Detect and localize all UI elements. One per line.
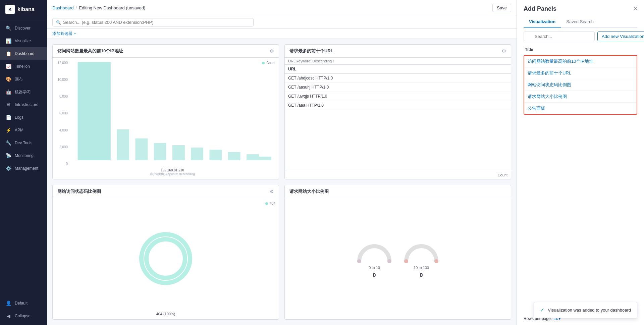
app-logo[interactable]: K kibana xyxy=(0,0,47,19)
search-input-wrapper: 🔍 xyxy=(52,18,254,26)
panels-search-input[interactable] xyxy=(524,32,595,41)
list-item[interactable]: 访问网站数量最高的前10个IP地址 xyxy=(524,56,637,67)
add-icon: + xyxy=(74,32,76,36)
count-footer: Count xyxy=(285,171,511,179)
logs-icon: 📄 xyxy=(5,114,11,120)
y-label: 4,000 xyxy=(59,128,68,132)
panel-donut: 网站访问状态码比例图 ⚙ 404 404 (100%) xyxy=(52,185,279,320)
sidebar-item-timelion[interactable]: 📈 Timelion xyxy=(0,60,47,73)
y-label: 6,000 xyxy=(59,111,68,115)
url-table-header: URL xyxy=(285,65,511,74)
gauge-value-2: 0 xyxy=(420,272,423,278)
sidebar-item-visualize[interactable]: 📊 Visualize xyxy=(0,35,47,47)
timelion-icon: 📈 xyxy=(5,63,11,69)
plus-icon: 添加筛选器 xyxy=(52,31,72,37)
sidebar-item-devtools[interactable]: 🔧 Dev Tools xyxy=(0,137,47,149)
add-filter-button[interactable]: 添加筛选器 + xyxy=(52,31,76,37)
sidebar-item-discover[interactable]: 🔍 Discover xyxy=(0,22,47,35)
x-axis-label: 192.168.81.210 客户端地址.keyword: Descending xyxy=(69,168,275,176)
sidebar-item-management[interactable]: ⚙️ Management xyxy=(0,162,47,175)
sidebar-item-label: Default xyxy=(15,301,28,306)
add-new-visualization-button[interactable]: Add new Visualization xyxy=(597,32,644,41)
sidebar-item-label: Logs xyxy=(15,115,23,120)
sidebar-item-apm[interactable]: ⚡ APM xyxy=(0,124,47,137)
sidebar-item-default[interactable]: 👤 Default xyxy=(0,297,47,310)
breadcrumb-separator: / xyxy=(76,5,77,10)
panel-body-gauge: 0 to 10 0 10 to 100 0 xyxy=(285,198,511,319)
gauge-range-2: 10 to 100 xyxy=(414,266,429,270)
panel-body-bar: 12,000 10,000 8,000 6,000 4,000 2,000 0 … xyxy=(53,58,279,179)
table-row: GET /aaa HTTP/1.0 xyxy=(285,101,511,110)
collapse-icon: ◀ xyxy=(5,313,11,319)
panel-url-table: 请求最多的前十个URL ⚙ URL.keyword: Descending ↑ … xyxy=(284,44,511,179)
default-icon: 👤 xyxy=(5,300,11,306)
ml-icon: 🤖 xyxy=(5,89,11,95)
panel-bar-chart: 访问网站数量最高的前10个IP地址 ⚙ 12,000 10,000 8,000 … xyxy=(52,44,279,179)
dashboard-icon: 📋 xyxy=(5,51,11,57)
svg-rect-1 xyxy=(117,129,129,160)
sidebar-item-logs[interactable]: 📄 Logs xyxy=(0,111,47,124)
sidebar-item-infrastructure[interactable]: 🖥 Infrastructure xyxy=(0,98,47,111)
add-panels-title: Add Panels xyxy=(524,5,556,12)
gear-icon-bar[interactable]: ⚙ xyxy=(270,48,274,54)
y-label: 12,000 xyxy=(57,61,68,65)
y-label: 2,000 xyxy=(59,145,68,149)
sidebar-item-label: 画布 xyxy=(15,76,23,82)
add-panels-search-area: Add new Visualization xyxy=(517,28,644,45)
panel-title-url: 请求最多的前十个URL xyxy=(289,48,333,54)
sidebar-item-label: Infrastructure xyxy=(15,102,39,107)
x-label-ip: 192.168.81.210 xyxy=(69,168,275,172)
x-label-sub: 客户端地址.keyword: Descending xyxy=(69,172,275,176)
svg-rect-8 xyxy=(247,154,259,160)
panels-table-header: Title xyxy=(524,45,637,54)
list-item[interactable]: 网站访问状态码比例图 xyxy=(524,79,637,91)
sidebar-item-label: Dev Tools xyxy=(15,141,32,145)
tab-saved-search[interactable]: Saved Search xyxy=(561,16,599,28)
toast-message: Visualization was added to your dashboar… xyxy=(548,308,631,313)
panels-table: Title 访问网站数量最高的前10个IP地址 请求最多的前十个URL 网站访问… xyxy=(517,45,644,312)
gauge-item-1: 0 to 10 0 xyxy=(356,239,393,278)
gear-icon-url[interactable]: ⚙ xyxy=(502,48,506,54)
gauge-range-1: 0 to 10 xyxy=(369,266,380,270)
sidebar-item-label: Discover xyxy=(15,26,31,31)
management-icon: ⚙️ xyxy=(5,165,11,171)
search-input[interactable] xyxy=(63,20,250,25)
panel-header-bar: 访问网站数量最高的前10个IP地址 ⚙ xyxy=(53,45,279,58)
sidebar-item-canvas[interactable]: 🎨 画布 xyxy=(0,73,47,86)
breadcrumb-home[interactable]: Dashboard xyxy=(52,5,74,10)
bar-chart-svg xyxy=(69,61,275,166)
tab-visualization[interactable]: Visualization xyxy=(524,16,561,28)
list-item[interactable]: 请求网站大小比例图 xyxy=(524,91,637,103)
breadcrumb-current: Editing New Dashboard (unsaved) xyxy=(79,5,145,10)
sidebar-item-dashboard[interactable]: 📋 Dashboard xyxy=(0,47,47,60)
list-item[interactable]: 公告面板 xyxy=(524,103,637,114)
panel-title-donut: 网站访问状态码比例图 xyxy=(57,188,101,195)
sidebar-item-label: 机器学习 xyxy=(15,89,31,95)
panel-header-donut: 网站访问状态码比例图 ⚙ xyxy=(53,185,279,198)
list-item[interactable]: 请求最多的前十个URL xyxy=(524,67,637,79)
check-icon: ✓ xyxy=(540,307,544,313)
table-row: GET /ahdjcdsc HTTP/1.0 xyxy=(285,74,511,83)
gear-icon-donut[interactable]: ⚙ xyxy=(270,189,274,194)
svg-rect-2 xyxy=(135,139,148,160)
y-label: 8,000 xyxy=(59,95,68,98)
filter-bar: 添加筛选器 + xyxy=(47,29,517,39)
svg-rect-7 xyxy=(228,152,240,160)
y-axis-labels: 12,000 10,000 8,000 6,000 4,000 2,000 0 xyxy=(53,61,69,166)
breadcrumb: Dashboard / Editing New Dashboard (unsav… xyxy=(52,5,145,10)
panel-header-url: 请求最多的前十个URL ⚙ xyxy=(285,45,511,58)
svg-point-11 xyxy=(144,237,187,280)
sidebar-item-collapse[interactable]: ◀ Collapse xyxy=(0,310,47,322)
svg-rect-9 xyxy=(259,157,271,160)
close-button[interactable]: × xyxy=(634,5,637,12)
save-button[interactable]: Save xyxy=(492,4,511,12)
add-panels-sidebar: Add Panels × Visualization Saved Search … xyxy=(517,0,644,325)
panel-title-bar: 访问网站数量最高的前10个IP地址 xyxy=(57,48,123,54)
main-content: Dashboard / Editing New Dashboard (unsav… xyxy=(47,0,517,325)
sidebar: K kibana 🔍 Discover 📊 Visualize 📋 Dashbo… xyxy=(0,0,47,325)
sidebar-item-label: Collapse xyxy=(15,314,31,318)
sidebar-item-monitoring[interactable]: 📡 Monitoring xyxy=(0,149,47,162)
sidebar-item-label: Timelion xyxy=(15,64,30,69)
sidebar-item-ml[interactable]: 🤖 机器学习 xyxy=(0,86,47,98)
toast-notification: ✓ Visualization was added to your dashbo… xyxy=(534,302,637,318)
